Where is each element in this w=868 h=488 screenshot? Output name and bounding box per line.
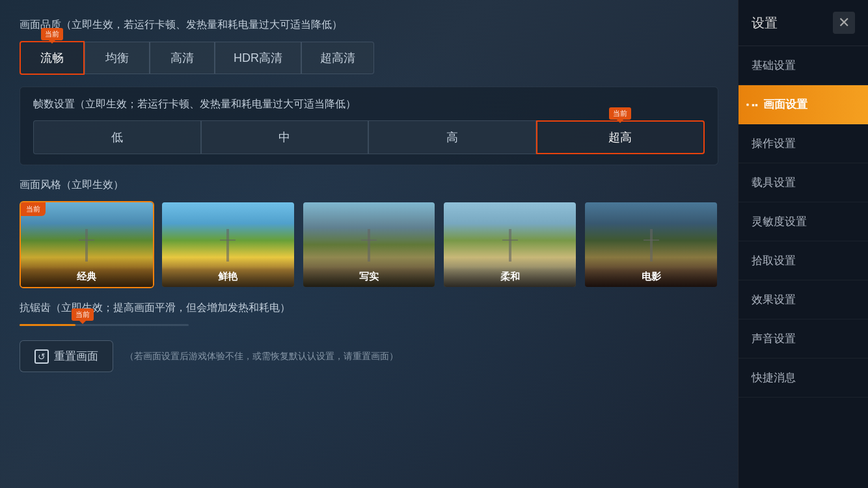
sidebar-item-operation[interactable]: 操作设置 <box>739 124 868 163</box>
main-content: 画面品质（立即生效，若运行卡顿、发热量和耗电量过大可适当降低） 当前 流畅 均衡… <box>0 0 738 488</box>
style-thumb-soft[interactable]: 柔和 <box>442 201 577 288</box>
quality-section-title: 画面品质（立即生效，若运行卡顿、发热量和耗电量过大可适当降低） <box>20 18 718 32</box>
aa-slider-track[interactable] <box>20 324 189 326</box>
style-label-classic: 经典 <box>21 267 153 287</box>
sidebar-item-display[interactable]: ▪▪ 画面设置 <box>739 85 868 124</box>
bottom-bar: ↺ 重置画面 （若画面设置后游戏体验不佳，或需恢复默认认设置，请重置画面） <box>20 340 718 372</box>
aa-slider-container: 当前 <box>20 324 718 326</box>
quality-current-badge: 当前 <box>41 28 63 40</box>
style-thumb-cinematic[interactable]: 电影 <box>584 201 718 288</box>
fps-current-badge: 当前 <box>609 107 631 120</box>
fps-section: 帧数设置（立即生效；若运行卡顿、发热量和耗电量过大可适当降低） 低 中 高 当前… <box>20 87 718 165</box>
aa-section: 抗锯齿（立即生效；提高画面平滑，但会增加发热和耗电） 当前 <box>20 301 718 326</box>
quality-btn-smooth[interactable]: 当前 流畅 <box>20 41 85 75</box>
style-current-badge: 当前 <box>21 202 46 216</box>
style-label-realistic: 写实 <box>303 267 435 287</box>
fps-btn-low[interactable]: 低 <box>33 120 201 154</box>
quality-btn-ultra[interactable]: 超高清 <box>301 42 374 74</box>
sidebar-header: 设置 ✕ <box>739 0 868 46</box>
reset-icon: ↺ <box>34 349 49 364</box>
sidebar-close-button[interactable]: ✕ <box>833 12 855 34</box>
sidebar-item-effect[interactable]: 效果设置 <box>739 280 868 319</box>
aa-slider-fill <box>20 324 75 326</box>
sidebar-item-sensitivity-label: 灵敏度设置 <box>752 214 807 229</box>
sidebar-item-pickup[interactable]: 拾取设置 <box>739 241 868 280</box>
aa-section-title: 抗锯齿（立即生效；提高画面平滑，但会增加发热和耗电） <box>20 301 718 315</box>
sidebar: 设置 ✕ 基础设置 ▪▪ 画面设置 操作设置 载具设置 灵敏度设置 拾取设置 效… <box>738 0 868 488</box>
sidebar-item-vehicle-label: 载具设置 <box>752 175 796 190</box>
quality-buttons: 当前 流畅 均衡 高清 HDR高清 超高清 <box>20 41 718 75</box>
quality-btn-hd[interactable]: 高清 <box>150 42 215 74</box>
style-thumb-realistic[interactable]: 写实 <box>302 201 437 288</box>
sidebar-item-shortcut[interactable]: 快捷消息 <box>739 359 868 398</box>
sidebar-item-sound[interactable]: 声音设置 <box>739 319 868 359</box>
reset-button[interactable]: ↺ 重置画面 <box>20 340 113 372</box>
fps-btn-mid[interactable]: 中 <box>201 120 369 154</box>
sidebar-title: 设置 <box>752 14 778 32</box>
sidebar-item-effect-label: 效果设置 <box>752 292 796 307</box>
quality-btn-balanced[interactable]: 均衡 <box>85 42 150 74</box>
style-thumb-classic[interactable]: 当前 经典 <box>20 201 154 288</box>
style-label-soft: 柔和 <box>444 267 576 287</box>
sidebar-nav: 基础设置 ▪▪ 画面设置 操作设置 载具设置 灵敏度设置 拾取设置 效果设置 声… <box>739 46 868 488</box>
quality-section: 画面品质（立即生效，若运行卡顿、发热量和耗电量过大可适当降低） 当前 流畅 均衡… <box>20 18 718 75</box>
fps-buttons: 低 中 高 当前 超高 <box>33 120 705 154</box>
reset-button-label: 重置画面 <box>54 349 98 364</box>
style-label-cinematic: 电影 <box>585 267 717 287</box>
fps-section-title: 帧数设置（立即生效；若运行卡顿、发热量和耗电量过大可适当降低） <box>33 98 705 111</box>
sidebar-item-basic-label: 基础设置 <box>752 58 796 73</box>
sidebar-item-pickup-label: 拾取设置 <box>752 253 796 268</box>
reset-hint: （若画面设置后游戏体验不佳，或需恢复默认认设置，请重置画面） <box>125 351 398 362</box>
style-section: 画面风格（立即生效） 当前 经典 鲜艳 写实 柔和 电影 <box>20 178 718 288</box>
sidebar-item-operation-label: 操作设置 <box>752 136 796 151</box>
style-label-vivid: 鲜艳 <box>162 267 294 287</box>
fps-btn-ultra[interactable]: 当前 超高 <box>536 120 705 154</box>
style-section-title: 画面风格（立即生效） <box>20 178 718 192</box>
aa-current-badge: 当前 <box>72 308 94 321</box>
sidebar-item-shortcut-label: 快捷消息 <box>752 370 796 385</box>
fps-btn-high[interactable]: 高 <box>368 120 536 154</box>
grid-icon: ▪▪ <box>752 100 758 110</box>
style-thumb-vivid[interactable]: 鲜艳 <box>161 201 295 288</box>
sidebar-item-sensitivity[interactable]: 灵敏度设置 <box>739 202 868 241</box>
sidebar-item-vehicle[interactable]: 载具设置 <box>739 163 868 202</box>
sidebar-item-display-label: 画面设置 <box>763 97 807 112</box>
sidebar-item-basic[interactable]: 基础设置 <box>739 46 868 85</box>
quality-btn-hdr[interactable]: HDR高清 <box>215 42 301 74</box>
style-thumbnails: 当前 经典 鲜艳 写实 柔和 电影 <box>20 201 718 288</box>
sidebar-item-sound-label: 声音设置 <box>752 331 796 346</box>
